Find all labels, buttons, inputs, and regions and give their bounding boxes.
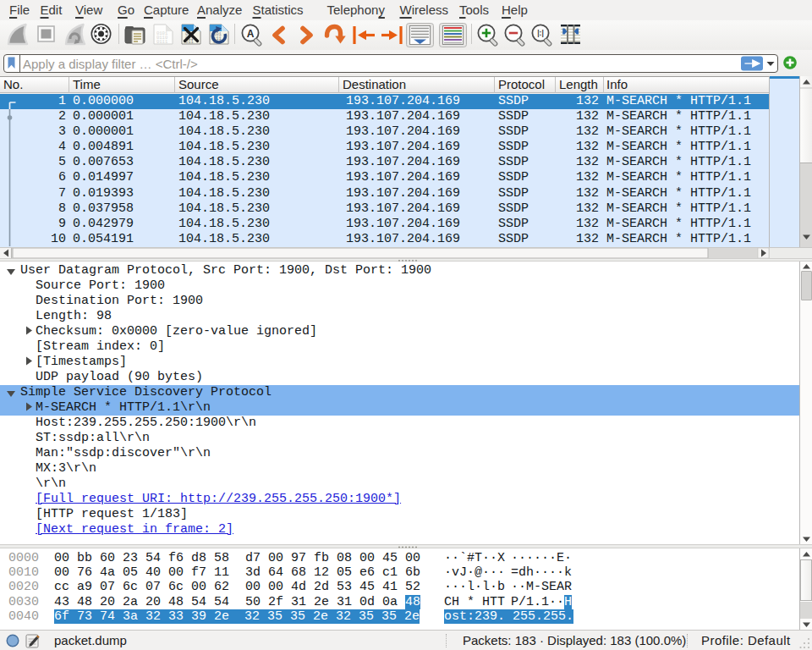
svg-text:0111: 0111	[156, 39, 168, 45]
svg-text:|:|: |:|	[537, 29, 544, 37]
svg-text:A: A	[247, 28, 255, 40]
